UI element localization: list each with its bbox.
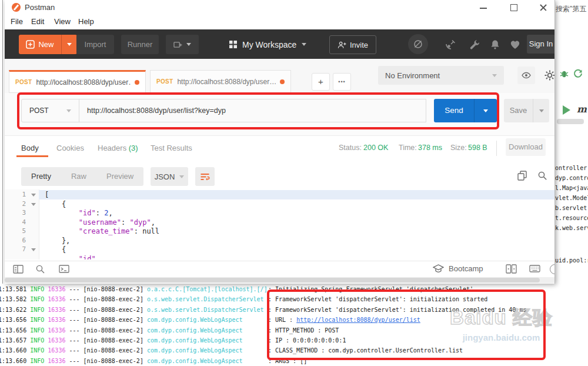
- shortcuts-button[interactable]: [529, 264, 540, 275]
- background-code-fragment: b.servlet.: [555, 205, 588, 211]
- request-tab-active[interactable]: POST http://localhost:8088/dyp/user…: [9, 70, 146, 93]
- send-button[interactable]: Send: [434, 99, 474, 122]
- tab-body[interactable]: Body: [21, 144, 39, 152]
- ide-console-panel: 1:13.581 INFO 16336 --- [nio-8088-exec-2…: [0, 284, 588, 366]
- new-window-icon: [173, 41, 182, 49]
- background-code-fragment: t.resource: [555, 215, 588, 221]
- new-button[interactable]: New: [19, 35, 77, 54]
- new-tab-button[interactable]: +: [312, 73, 330, 91]
- selected-row-highlight: [39, 190, 554, 199]
- two-pane-view-button[interactable]: [506, 264, 516, 275]
- menu-help[interactable]: Help: [78, 17, 94, 26]
- rerun-icon[interactable]: [573, 68, 583, 79]
- code-line: "id": [45, 255, 96, 259]
- response-body-viewer[interactable]: 1 2 3 4 5 6 7 [ { "id": 2, "username": "…: [5, 189, 554, 259]
- request-tab[interactable]: POST http://localhost:8088/dyp/user…: [150, 70, 291, 93]
- size-label: Size:: [450, 144, 467, 152]
- download-button[interactable]: Download: [506, 138, 546, 156]
- search-response-button[interactable]: [537, 171, 548, 181]
- run-play-icon[interactable]: [563, 105, 570, 115]
- bootcamp-button[interactable]: Bootcamp: [433, 264, 483, 274]
- background-code-fragment: l.Map<java: [555, 185, 588, 191]
- main-toolbar: New Import Runner My Workspace Invite: [5, 29, 554, 59]
- environment-preview-button[interactable]: [517, 66, 535, 84]
- tab-test-results[interactable]: Test Results: [151, 144, 192, 152]
- copy-button[interactable]: [517, 171, 528, 181]
- tab-method-badge: POST: [15, 79, 32, 85]
- code-line: "id": 2,: [45, 209, 113, 217]
- log-url-link[interactable]: http://localhost:8088/dyp/user/list: [296, 317, 420, 323]
- import-button[interactable]: Import: [76, 35, 114, 54]
- console-button[interactable]: [59, 264, 69, 275]
- wrap-text-button[interactable]: [195, 167, 215, 186]
- workspace-grid-icon: [229, 41, 237, 48]
- postman-logo-icon: [12, 3, 21, 12]
- chevron-down-icon: [483, 109, 488, 112]
- chevron-down-icon: [302, 43, 306, 46]
- bell-icon[interactable]: [489, 39, 501, 51]
- code-line: {: [45, 245, 66, 254]
- fold-caret-icon[interactable]: [31, 248, 36, 251]
- sign-in-button[interactable]: Sign In: [527, 35, 555, 54]
- invite-label: Invite: [350, 41, 368, 49]
- maximize-button[interactable]: [504, 0, 524, 15]
- save-button[interactable]: Save: [504, 99, 533, 122]
- maven-icon[interactable]: m: [577, 104, 587, 115]
- minimize-button[interactable]: [473, 0, 493, 15]
- chevron-down-icon: [66, 109, 71, 112]
- view-preview-button[interactable]: Preview: [96, 167, 143, 186]
- keyboard-icon: [529, 264, 540, 273]
- send-dropdown-button[interactable]: [474, 99, 497, 122]
- wrench-icon[interactable]: [469, 39, 481, 51]
- menu-file[interactable]: File: [11, 17, 23, 26]
- invite-button[interactable]: Invite: [329, 35, 376, 54]
- workspace-selector[interactable]: My Workspace: [229, 35, 306, 54]
- log-line: 1:13.582 INFO 16336 --- [nio-8088-exec-2…: [0, 296, 487, 302]
- scrollbar-thumb[interactable]: [5, 278, 540, 282]
- menu-view[interactable]: View: [54, 17, 71, 26]
- background-scrollbar[interactable]: [557, 119, 584, 124]
- background-code-fragment: vlet.Model: [555, 195, 588, 201]
- chevron-down-icon: [539, 109, 544, 112]
- close-button[interactable]: [533, 0, 553, 15]
- capture-satellite-icon[interactable]: [445, 39, 456, 51]
- headers-count: (3): [129, 144, 138, 152]
- screen: 搜索"第五 m ontroller. dyp.contro l.Map<java…: [0, 0, 588, 366]
- heart-icon[interactable]: [509, 39, 521, 51]
- runner-button[interactable]: Runner: [121, 35, 159, 54]
- new-window-button[interactable]: [166, 35, 199, 54]
- fold-caret-icon[interactable]: [31, 203, 36, 206]
- wrap-text-icon: [200, 172, 210, 181]
- tab-title: http://localhost:8088/dyp/user…: [177, 78, 276, 86]
- view-pretty-button[interactable]: Pretty: [21, 167, 61, 186]
- tab-cookies[interactable]: Cookies: [56, 144, 84, 152]
- sidebar-toggle-button[interactable]: [13, 264, 24, 275]
- view-raw-button[interactable]: Raw: [61, 167, 96, 186]
- tab-options-button[interactable]: •••: [333, 73, 351, 91]
- tab-headers[interactable]: Headers (3): [98, 144, 138, 152]
- chevron-down-icon: [186, 43, 191, 46]
- settings-gear-button[interactable]: [544, 69, 555, 81]
- bootcamp-cap-icon: [433, 264, 444, 274]
- chevron-down-icon: [179, 175, 184, 178]
- unsaved-dot: [135, 80, 139, 85]
- new-icon: [26, 40, 35, 49]
- method-selector[interactable]: POST: [21, 99, 79, 122]
- debug-bug-icon[interactable]: [559, 69, 569, 79]
- sync-slash-icon: [413, 39, 423, 49]
- new-dropdown-button[interactable]: [61, 35, 77, 54]
- global-search-button[interactable]: [35, 264, 46, 275]
- help-button[interactable]: [550, 264, 555, 274]
- fold-caret-icon[interactable]: [31, 194, 36, 197]
- format-selector[interactable]: JSON: [151, 167, 188, 186]
- log-line: 1:13.660 INFO 16336 --- [nio-8088-exec-2…: [0, 347, 463, 354]
- sync-disabled-button[interactable]: [408, 34, 428, 54]
- environment-selector[interactable]: No Environment: [378, 66, 504, 85]
- log-line: 1:13.660 INFO 16336 --- [nio-8088-exec-2…: [0, 358, 307, 364]
- save-dropdown-button[interactable]: [533, 99, 549, 122]
- gear-icon: [544, 69, 555, 81]
- time-value: 378 ms: [418, 144, 442, 152]
- url-input[interactable]: http://localhost:8088/dyp/user/list?key=…: [79, 99, 426, 122]
- menu-edit[interactable]: Edit: [31, 17, 44, 26]
- send-button-group: Send: [434, 99, 497, 122]
